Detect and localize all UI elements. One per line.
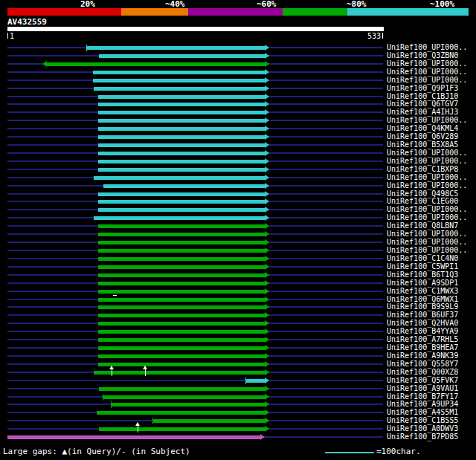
hit-arrow-right-icon xyxy=(265,134,269,140)
hit-label[interactable]: UniRef100_UPI000.. xyxy=(387,149,467,157)
hit-label[interactable]: UniRef100_UPI000.. xyxy=(387,214,467,221)
hit-bar[interactable] xyxy=(98,135,265,139)
hit-bar[interactable] xyxy=(93,79,265,82)
hit-bar[interactable] xyxy=(99,54,265,58)
hit-bar[interactable] xyxy=(99,427,265,431)
hit-bar[interactable] xyxy=(98,363,265,366)
hit-bar[interactable] xyxy=(98,346,265,350)
hit-bar[interactable] xyxy=(98,282,265,285)
hit-bar[interactable] xyxy=(86,46,265,50)
hit-bar[interactable] xyxy=(98,330,265,334)
hit-bar[interactable] xyxy=(103,395,265,399)
hit-bar[interactable] xyxy=(111,403,265,406)
hit-bar[interactable] xyxy=(98,290,265,294)
hit-label[interactable]: UniRef100_C1C4N0 xyxy=(387,255,458,262)
hit-label[interactable]: UniRef100_B4YYA9 xyxy=(387,328,458,335)
hit-arrow-right-icon xyxy=(265,394,269,400)
hit-label[interactable]: UniRef100_UPI000.. xyxy=(387,60,467,68)
hit-label[interactable]: UniRef100_Q2HVA0 xyxy=(387,320,458,327)
hit-label[interactable]: UniRef100_Q00XZ8 xyxy=(387,369,458,376)
hit-label[interactable]: UniRef100_B9S9L9 xyxy=(387,303,458,311)
hit-label[interactable]: UniRef100_UPI000.. xyxy=(387,77,467,84)
hit-bar[interactable] xyxy=(98,265,265,269)
hit-label[interactable]: UniRef100_C1EG00 xyxy=(387,198,458,205)
hit-bar[interactable] xyxy=(98,224,265,228)
hit-bar[interactable] xyxy=(98,249,265,253)
hit-bar[interactable] xyxy=(94,216,265,220)
hit-label[interactable]: UniRef100_C1BXP8 xyxy=(387,166,458,173)
hit-label[interactable]: UniRef100_A0DWV3 xyxy=(387,425,458,433)
hit-label[interactable]: UniRef100_B9HEA7 xyxy=(387,344,458,352)
hit-bar[interactable] xyxy=(98,152,265,155)
query-gap-triangle-icon xyxy=(143,366,147,369)
hit-bar[interactable] xyxy=(98,168,265,172)
hit-label[interactable]: UniRef100_UPI000.. xyxy=(387,174,467,181)
hit-bar[interactable] xyxy=(98,103,265,106)
hit-bar[interactable] xyxy=(98,354,265,358)
hit-label[interactable]: UniRef100_UPI000.. xyxy=(387,182,467,189)
hit-label[interactable]: UniRef100_Q558Y7 xyxy=(387,360,458,368)
hit-bar[interactable] xyxy=(98,111,265,114)
hit-label[interactable]: UniRef100_B5X8A5 xyxy=(387,141,458,149)
hit-label[interactable]: UniRef100_Q8LBN7 xyxy=(387,222,458,230)
hit-bar[interactable] xyxy=(103,184,265,188)
hit-label[interactable]: UniRef100_Q6V289 xyxy=(387,133,458,140)
hit-label[interactable]: UniRef100_C1MWX3 xyxy=(387,288,458,295)
hit-bar[interactable] xyxy=(98,200,265,204)
hit-arrow-right-icon xyxy=(265,85,269,91)
hit-bar[interactable] xyxy=(94,371,265,375)
hit-bar[interactable] xyxy=(7,435,260,439)
hit-bar[interactable] xyxy=(98,241,265,244)
hit-bar[interactable] xyxy=(98,208,265,212)
hit-bar[interactable] xyxy=(98,314,265,317)
hit-bar[interactable] xyxy=(93,71,265,74)
hit-label[interactable]: UniRef100_B6T1Q3 xyxy=(387,271,458,279)
hit-bar[interactable] xyxy=(94,176,265,180)
hit-label[interactable]: UniRef100_A4S5M1 xyxy=(387,409,458,416)
hit-label[interactable]: UniRef100_A4IHJ3 xyxy=(387,108,458,116)
hit-bar[interactable] xyxy=(98,119,265,123)
hit-bar[interactable] xyxy=(97,411,265,415)
hit-label[interactable]: UniRef100_UPI000.. xyxy=(387,230,467,238)
hit-label[interactable]: UniRef100_A7RHL5 xyxy=(387,336,458,343)
hit-label[interactable]: UniRef100_Q3ZBN0 xyxy=(387,52,458,59)
hit-bar[interactable] xyxy=(98,322,265,325)
query-gap-triangle-icon xyxy=(135,422,140,426)
hit-label[interactable]: UniRef100_C5WPI1 xyxy=(387,263,458,271)
hit-label[interactable]: UniRef100_UPI000.. xyxy=(387,117,467,124)
hit-label[interactable]: UniRef100_B7PD85 xyxy=(387,433,458,441)
hit-label[interactable]: UniRef100_Q6TGV7 xyxy=(387,100,458,108)
hit-bar[interactable] xyxy=(98,298,265,302)
hit-label[interactable]: UniRef100_C1BSS5 xyxy=(387,417,458,424)
hit-bar[interactable] xyxy=(47,62,265,66)
hit-label[interactable]: UniRef100_UPI000.. xyxy=(387,158,467,165)
hit-label[interactable]: UniRef100_Q9P1F3 xyxy=(387,85,458,92)
hit-label[interactable]: UniRef100_UPI000.. xyxy=(387,247,467,254)
hit-bar[interactable] xyxy=(98,233,265,236)
hit-bar[interactable] xyxy=(99,387,265,391)
hit-bar[interactable] xyxy=(152,419,265,423)
hit-label[interactable]: UniRef100_A9SDP1 xyxy=(387,279,458,287)
hit-bar[interactable] xyxy=(98,273,265,277)
hit-bar[interactable] xyxy=(98,143,265,147)
hit-bar[interactable] xyxy=(98,127,265,131)
hit-arrow-right-icon xyxy=(265,53,269,59)
hit-label[interactable]: UniRef100_B6UF37 xyxy=(387,311,458,319)
hit-label[interactable]: UniRef100_Q5FVK7 xyxy=(387,377,458,384)
hit-bar[interactable] xyxy=(98,95,265,99)
hit-label[interactable]: UniRef100_A9VAU1 xyxy=(387,385,458,392)
hit-bar[interactable] xyxy=(98,160,265,163)
hit-bar[interactable] xyxy=(245,379,265,383)
hit-bar[interactable] xyxy=(98,257,265,261)
hit-bar[interactable] xyxy=(94,87,265,91)
hit-bar[interactable] xyxy=(98,192,265,196)
hit-label[interactable]: UniRef100_UPI000.. xyxy=(387,68,467,76)
hit-label[interactable]: UniRef100_Q4KML4 xyxy=(387,125,458,132)
hit-bar[interactable] xyxy=(98,305,265,309)
hit-label[interactable]: UniRef100_UPI000.. xyxy=(387,239,467,246)
hit-label[interactable]: UniRef100_UPI000.. xyxy=(387,44,467,51)
hit-bar[interactable] xyxy=(98,338,265,342)
hit-label[interactable]: UniRef100_A9UP34 xyxy=(387,401,458,408)
hit-label[interactable]: UniRef100_A9NK39 xyxy=(387,352,458,360)
hit-label[interactable]: UniRef100_UPI000.. xyxy=(387,206,467,213)
